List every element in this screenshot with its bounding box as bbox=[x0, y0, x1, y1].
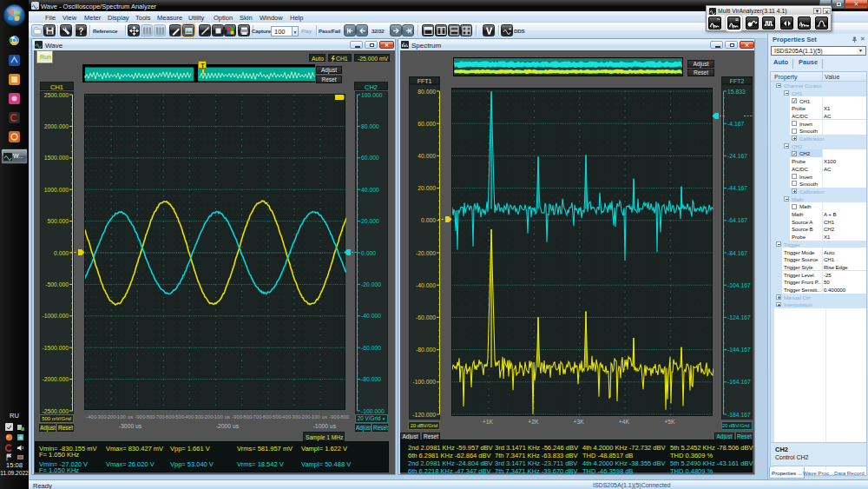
property-value[interactable]: 50 bbox=[824, 279, 830, 285]
capture-count-combo[interactable]: 100 bbox=[271, 26, 293, 36]
annotate-button[interactable] bbox=[169, 24, 181, 36]
fft1-db-per-grid-combo[interactable]: 20 dBV/Grid bbox=[408, 421, 440, 430]
open-button[interactable] bbox=[31, 24, 43, 36]
property-value[interactable]: AC bbox=[824, 113, 831, 119]
next-frame-button[interactable] bbox=[390, 24, 402, 36]
checkbox-ch2[interactable]: ✓ bbox=[792, 151, 797, 156]
property-row-trigger[interactable]: Trigger bbox=[771, 241, 866, 248]
layout-horizontal-button[interactable] bbox=[448, 24, 460, 36]
property-value[interactable]: -25 bbox=[824, 272, 832, 278]
property-row-smooth[interactable]: Smooth bbox=[771, 180, 866, 188]
property-row-ch1[interactable]: ✓CH1 bbox=[771, 96, 866, 104]
spectrum-plot[interactable] bbox=[451, 88, 713, 416]
wave-restore-button[interactable] bbox=[365, 41, 378, 49]
tray-flag-icon[interactable] bbox=[5, 453, 13, 461]
property-row-calibration[interactable]: Calibration bbox=[771, 188, 866, 195]
spectrum-titlebar[interactable]: Spectrum ✕ bbox=[398, 39, 754, 50]
tray-display-icon[interactable] bbox=[16, 453, 24, 461]
property-row-ac-dc[interactable]: AC/DCAC bbox=[771, 165, 866, 173]
pin-icon[interactable] bbox=[852, 36, 858, 43]
property-row-interpolation[interactable]: Interpolation bbox=[771, 301, 866, 308]
menu-file[interactable]: File bbox=[43, 13, 58, 23]
property-row-trigger-level[interactable]: Trigger Level-25 bbox=[771, 271, 866, 279]
fft2-db-per-grid-combo[interactable]: 20 dBV/Grid ▼ bbox=[721, 421, 753, 430]
play-button[interactable]: Play bbox=[301, 28, 312, 34]
ch2-reset-button[interactable]: Reset bbox=[372, 424, 388, 432]
move-tool-button[interactable] bbox=[128, 24, 140, 36]
wave-close-button[interactable]: ✕ bbox=[379, 41, 394, 49]
app-orange-icon[interactable] bbox=[9, 74, 20, 85]
app-blue-icon[interactable] bbox=[9, 55, 20, 66]
wave-preview-reset-button[interactable]: Reset bbox=[316, 76, 342, 83]
app-darkred-c-icon[interactable] bbox=[9, 112, 20, 123]
spectrum-close-button[interactable]: ✕ bbox=[740, 41, 754, 49]
property-row-manual-ctrl[interactable]: Manual Ctrl bbox=[771, 294, 866, 301]
language-indicator[interactable]: RU bbox=[0, 412, 29, 420]
ch1-zero-marker[interactable] bbox=[70, 248, 85, 256]
property-value[interactable]: CH1 bbox=[824, 219, 834, 225]
property-row-probe[interactable]: ProbeX1 bbox=[771, 233, 866, 241]
reference-button[interactable]: Reference bbox=[93, 28, 117, 34]
tray-sync-icon[interactable] bbox=[16, 433, 24, 441]
tray-usb-icon[interactable] bbox=[16, 423, 24, 431]
ch1-adjust-button[interactable]: Adjust bbox=[39, 424, 56, 432]
property-row-channel-control[interactable]: Channel Control bbox=[771, 82, 866, 89]
property-row-smooth[interactable]: Smooth bbox=[771, 127, 866, 135]
property-row-ch2[interactable]: CH2 bbox=[771, 142, 866, 150]
collapse-icon[interactable] bbox=[784, 196, 789, 202]
property-value[interactable]: X1 bbox=[824, 234, 830, 240]
property-value[interactable]: X1 bbox=[824, 105, 830, 111]
line-style-button[interactable] bbox=[199, 24, 211, 36]
device-combo[interactable]: ISDS205A(1.1)(5) ▼ bbox=[771, 46, 866, 56]
fft2-axis[interactable]: 15.833-4.167-24.167-44.167-64.167-84.167… bbox=[721, 84, 753, 420]
spectrum-preview-adjust-button[interactable]: Adjust bbox=[687, 60, 714, 68]
property-row-ac-dc[interactable]: AC/DCAC bbox=[771, 112, 866, 120]
checkbox-smooth[interactable] bbox=[792, 181, 797, 186]
save-button[interactable] bbox=[43, 24, 56, 36]
menu-option[interactable]: Option bbox=[211, 13, 235, 23]
property-row-calibration[interactable]: Calibration bbox=[771, 135, 866, 142]
menu-help[interactable]: Help bbox=[287, 13, 306, 23]
ch1-reset-button[interactable]: Reset bbox=[57, 424, 74, 432]
capture-combo-arrow[interactable]: ▼ bbox=[293, 26, 299, 36]
app-pink-icon[interactable] bbox=[9, 93, 20, 104]
run-button[interactable]: Run bbox=[37, 51, 52, 63]
property-row-trigger-front-p-[interactable]: Trigger Front P...50 bbox=[771, 278, 866, 286]
capture-label[interactable]: Capture bbox=[252, 28, 271, 34]
property-row-probe[interactable]: ProbeX100 bbox=[771, 157, 866, 165]
toolbox-titlebar[interactable]: Multi VirAnalyzer(3.11 4.1) ▼ ✕ bbox=[707, 7, 832, 15]
ch1-axis[interactable]: 2500.0002000.0001500.0001000.000500.0000… bbox=[40, 91, 74, 419]
layout-grid-button[interactable] bbox=[460, 24, 472, 36]
checkbox-invert[interactable] bbox=[792, 121, 797, 126]
tray-update-icon[interactable] bbox=[5, 433, 13, 441]
layout-cascade-button[interactable] bbox=[422, 24, 434, 36]
fft1-zero-marker[interactable] bbox=[437, 215, 452, 223]
toolbox-dropdown-icon[interactable]: ▼ bbox=[813, 8, 821, 14]
menu-view[interactable]: View bbox=[60, 13, 79, 23]
property-row-probe[interactable]: ProbeX1 bbox=[771, 104, 866, 112]
wave-minimize-button[interactable] bbox=[350, 41, 363, 49]
property-row-source-a[interactable]: Source ACH1 bbox=[771, 218, 866, 226]
expand-icon[interactable] bbox=[776, 302, 781, 307]
help-button[interactable] bbox=[75, 24, 87, 36]
property-value[interactable]: CH1 bbox=[824, 256, 834, 262]
property-row-math[interactable]: Math bbox=[771, 195, 866, 203]
wave-plot[interactable] bbox=[84, 94, 345, 410]
property-row-trigger-source[interactable]: Trigger SourceCH1 bbox=[771, 255, 866, 263]
property-row-trigger-mode[interactable]: Trigger ModeAuto bbox=[771, 248, 866, 255]
voltage-meter-button[interactable] bbox=[483, 24, 495, 36]
property-value[interactable]: A + B bbox=[824, 211, 836, 217]
spectrum-preview-reset-button[interactable]: Reset bbox=[687, 69, 714, 76]
pulse-pair-button[interactable] bbox=[780, 17, 793, 30]
logic-analyzer-button[interactable] bbox=[762, 17, 775, 30]
clock[interactable]: 15:08 bbox=[0, 461, 29, 469]
property-row-math[interactable]: Math bbox=[771, 202, 866, 210]
last-frame-button[interactable] bbox=[402, 24, 414, 36]
property-value[interactable]: CH2 bbox=[824, 226, 834, 232]
menu-utility[interactable]: Utility bbox=[186, 13, 207, 23]
stop-button[interactable] bbox=[212, 24, 224, 36]
property-row-invert[interactable]: Invert bbox=[771, 120, 866, 128]
menu-tools[interactable]: Tools bbox=[133, 13, 154, 23]
spectrum-minimize-button[interactable] bbox=[710, 41, 723, 49]
checkbox-smooth[interactable] bbox=[792, 129, 797, 134]
